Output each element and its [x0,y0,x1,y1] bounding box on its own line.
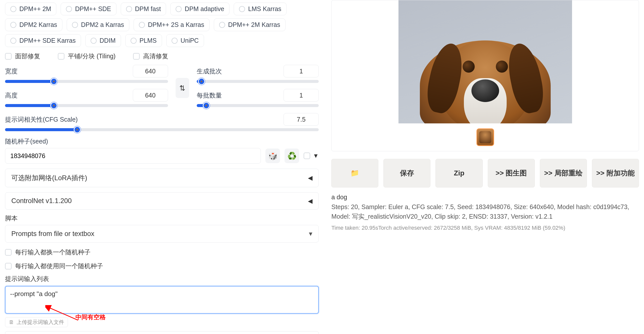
controlnet-label: ControlNet v1.1.200 [11,197,72,205]
annotation-text: 中间有空格 [75,313,106,321]
sampler-label: UniPC [181,37,199,44]
height-label: 高度 [5,91,18,100]
send-to-img2img-button[interactable]: >> 图生图 [488,159,535,187]
zip-button[interactable]: Zip [435,159,482,187]
output-prompt-text: a dog [331,194,639,201]
controlnet-accordion[interactable]: ControlNet v1.1.200 ◀ [5,192,319,210]
sampler-option[interactable]: DPM++ 2M [5,3,56,15]
sampler-label: DPM++ SDE Karras [19,37,76,44]
sampler-label: DPM++ SDE [75,5,111,13]
sampler-label: LMS Karras [248,5,281,13]
lora-accordion[interactable]: 可选附加网络(LoRA插件) ◀ [5,169,319,187]
batch-count-slider[interactable] [197,80,319,83]
width-slider[interactable] [5,80,168,83]
radio-icon [131,38,137,44]
tiling-label: 平铺/分块 (Tiling) [68,52,115,60]
sampler-label: DPM2 Karras [19,21,57,28]
cfg-label: 提示词相关性(CFG Scale) [5,115,78,124]
sampler-option[interactable]: UniPC [166,34,204,47]
batch-count-input[interactable]: 1 [284,65,319,77]
random-seed-button[interactable]: 🎲 [265,149,280,163]
sampler-option[interactable]: PLMS [125,34,162,47]
face-restore-label: 面部修复 [15,52,40,60]
radio-icon [10,22,16,28]
height-input[interactable]: 640 [133,89,168,102]
batch-size-slider[interactable] [197,104,319,107]
batch-count-label: 生成批次 [197,67,222,75]
cfg-input[interactable]: 7.5 [284,113,319,126]
radio-icon [172,38,178,44]
send-to-extras-button[interactable]: >> 附加功能 [592,159,639,187]
sampler-label: DPM adaptive [185,5,224,13]
height-slider[interactable] [5,104,168,107]
same-seed-label: 每行输入都使用同一个随机种子 [15,262,103,270]
batch-size-input[interactable]: 1 [284,89,319,102]
lora-label: 可选附加网络(LoRA插件) [11,173,87,182]
reuse-seed-button[interactable]: ♻️ [285,149,299,163]
script-label: 脚本 [5,214,319,222]
same-seed-checkbox[interactable] [5,263,12,269]
radio-icon [219,22,225,28]
radio-icon [10,6,16,12]
hires-label: 高清修复 [143,52,168,60]
width-label: 宽度 [5,67,18,75]
sampler-option[interactable]: DPM adaptive [170,3,229,15]
output-image[interactable] [398,0,572,123]
sampler-label: DDIM [100,37,116,44]
swap-dimensions-button[interactable]: ⇅ [176,78,189,98]
seed-label: 随机种子(seed) [5,137,319,146]
sampler-option[interactable]: DPM++ 2S a Karras [134,18,210,31]
prompt-list-textarea[interactable] [5,286,319,314]
collapse-icon: ◀ [308,174,312,181]
radio-icon [66,6,72,12]
time-taken-text: Time taken: 20.95sTorch active/reserved:… [331,225,639,231]
sampler-option[interactable]: DPM2 Karras [5,18,62,31]
radio-icon [72,22,78,28]
radio-icon [176,6,182,12]
seed-input[interactable] [5,148,261,164]
radio-icon [91,38,97,44]
radio-icon [10,38,16,44]
face-restore-checkbox[interactable]: 面部修复 [5,52,40,60]
extra-seed-checkbox[interactable] [304,153,310,159]
sampler-option[interactable]: DPM2 a Karras [67,18,129,31]
chevron-down-icon: ▾ [309,230,312,238]
sampler-option[interactable]: DPM++ SDE [61,3,116,15]
output-thumbnail[interactable] [476,128,494,146]
sampler-label: DPM fast [135,5,161,13]
radio-icon [126,6,132,12]
sampler-label: PLMS [140,37,157,44]
file-icon: 🗎 [9,319,14,325]
sampler-option[interactable]: LMS Karras [234,3,287,15]
collapse-icon: ◀ [308,198,312,205]
save-button[interactable]: 保存 [383,159,430,187]
folder-icon: 📁 [350,169,359,178]
script-dropdown[interactable]: Prompts from file or textbox ▾ [5,225,319,243]
upload-dropzone[interactable] [5,331,319,334]
iterate-seed-label: 每行输入都换一个随机种子 [15,248,91,256]
batch-size-label: 每批数量 [197,91,222,100]
iterate-seed-checkbox[interactable] [5,249,12,256]
sampler-option[interactable]: DPM fast [121,3,166,15]
hires-checkbox[interactable]: 高清修复 [133,52,168,60]
tiling-checkbox[interactable]: 平铺/分块 (Tiling) [58,52,115,60]
sampler-label: DPM2 a Karras [81,21,124,28]
output-metadata-text: Steps: 20, Sampler: Euler a, CFG scale: … [331,202,639,221]
sampler-label: DPM++ 2M [19,5,51,13]
extra-seed-caret[interactable]: ▼ [313,152,319,159]
upload-prompt-file-button[interactable]: 🗎 上传提示词输入文件 [5,317,68,327]
width-input[interactable]: 640 [133,65,168,77]
sampler-option[interactable]: DDIM [85,34,121,47]
open-folder-button[interactable]: 📁 [331,159,378,187]
radio-icon [139,22,145,28]
upload-label: 上传提示词输入文件 [17,319,64,326]
sampler-option[interactable]: DPM++ SDE Karras [5,34,81,47]
prompt-list-label: 提示词输入列表 [5,275,319,283]
send-to-inpaint-button[interactable]: >> 局部重绘 [540,159,587,187]
script-value: Prompts from file or textbox [11,230,94,238]
cfg-slider[interactable] [5,128,319,131]
radio-icon [239,6,245,12]
sampler-option[interactable]: DPM++ 2M Karras [214,18,286,31]
sampler-label: DPM++ 2S a Karras [148,21,204,28]
sampler-label: DPM++ 2M Karras [228,21,280,28]
